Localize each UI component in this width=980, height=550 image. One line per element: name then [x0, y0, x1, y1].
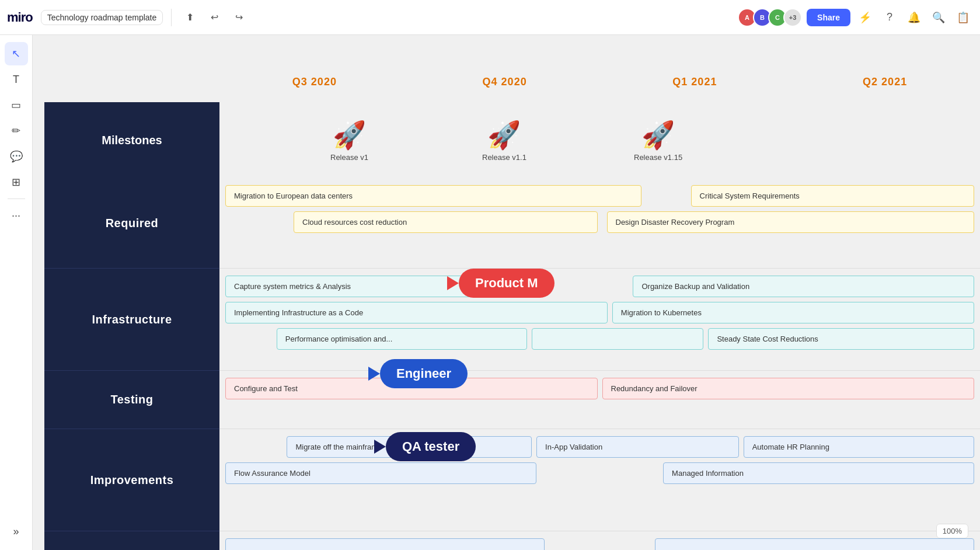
share-button[interactable]: Share — [807, 9, 850, 26]
rocket-icon-v1-15: 🚀 — [641, 119, 675, 151]
card-migration-eu[interactable]: Migration to European data centers — [225, 185, 641, 207]
undo-button[interactable]: ↩ — [204, 8, 224, 27]
card-flow-assurance[interactable]: Flow Assurance Model — [225, 462, 536, 484]
card-text: Redundancy and Failover — [611, 384, 697, 393]
notifications-button[interactable]: 🔔 — [904, 8, 924, 27]
required-label: Required — [44, 178, 219, 269]
zoom-indicator: 100% — [936, 524, 968, 538]
card-cloud-resources[interactable]: Cloud resources cost reduction — [294, 211, 598, 233]
card-bottom-2[interactable] — [655, 538, 974, 550]
required-content: Migration to European data centers Criti… — [219, 178, 980, 269]
topbar-right: A B C +3 Share ⚡ ? 🔔 🔍 📋 — [738, 8, 973, 27]
card-organize-backup[interactable]: Organize Backup and Validation — [633, 276, 974, 297]
spacer — [646, 185, 686, 207]
rocket-icon-v1-1: 🚀 — [487, 119, 521, 151]
card-steady-state[interactable]: Steady State Cost Reductions — [708, 328, 974, 350]
sticky-tool-button[interactable]: ▭ — [5, 93, 28, 117]
card-migration-k8s[interactable]: Migration to Kubernetes — [612, 302, 974, 323]
bottom-label — [44, 531, 219, 550]
floating-label-qa-tester[interactable]: QA tester — [386, 432, 476, 461]
milestone-release-v1-15: 🚀 Release v1.15 — [634, 119, 682, 162]
card-text: Implementing Infrastructure as a Code — [234, 308, 363, 317]
panel-button[interactable]: 📋 — [953, 8, 973, 27]
milestone-release-v1-1: 🚀 Release v1.1 — [482, 119, 526, 162]
card-text: Steady State Cost Reductions — [717, 335, 818, 343]
floating-label-engineer[interactable]: Engineer — [380, 359, 468, 388]
spacer — [225, 328, 272, 350]
pen-tool-button[interactable]: ✏ — [5, 119, 28, 142]
expand-sidebar-button[interactable]: » — [5, 520, 28, 543]
testing-row: Testing Configure and Test Redundancy an… — [44, 371, 980, 429]
title-badge[interactable]: Technology roadmap template — [41, 10, 163, 25]
sidebar-bottom: » — [5, 520, 28, 543]
milestones-row: Milestones 🚀 Release v1 🚀 Release v1.1 🚀… — [44, 102, 980, 178]
avatar-count: +3 — [783, 8, 802, 27]
milestone-label-v1: Release v1 — [330, 153, 368, 162]
card-text: Configure and Test — [234, 384, 298, 393]
required-row-2: Cloud resources cost reduction Design Di… — [225, 211, 974, 233]
avatar-group: A B C +3 — [738, 8, 802, 27]
card-critical-system[interactable]: Critical System Requirements — [691, 185, 974, 207]
more-tools-button[interactable]: ··· — [5, 204, 28, 227]
tools-button[interactable]: ⚡ — [855, 8, 875, 27]
card-text: Capture system metrics & Analysis — [234, 282, 351, 291]
infrastructure-content: Capture system metrics & Analysis Organi… — [219, 269, 980, 371]
required-row: Required Migration to European data cent… — [44, 178, 980, 269]
card-managed-info[interactable]: Managed Information — [663, 462, 974, 484]
search-button[interactable]: 🔍 — [929, 8, 948, 27]
frame-tool-button[interactable]: ⊞ — [5, 170, 28, 194]
canvas: Q3 2020 Q4 2020 Q1 2021 Q2 2021 Mileston… — [33, 35, 980, 550]
card-implementing-infra[interactable]: Implementing Infrastructure as a Code — [225, 302, 608, 323]
arrow-cursor-red — [447, 276, 459, 290]
topbar-separator — [171, 9, 172, 26]
quarter-q1-2021: Q1 2021 — [600, 70, 790, 94]
card-inapp-validation[interactable]: In-App Validation — [536, 436, 739, 458]
help-button[interactable]: ? — [880, 8, 899, 27]
card-text: Design Disaster Recovery Program — [616, 218, 735, 227]
improvements-row-1: Migrate off the mainframe In-App Validat… — [225, 436, 974, 458]
milestone-release-v1: 🚀 Release v1 — [330, 119, 368, 162]
rocket-icon-v1: 🚀 — [333, 119, 366, 151]
milestone-label-v1-1: Release v1.1 — [482, 153, 526, 162]
testing-content: Configure and Test Redundancy and Failov… — [219, 371, 980, 429]
card-text: Automate HR Planning — [752, 443, 829, 451]
card-bottom-1[interactable] — [225, 538, 545, 550]
quarter-q4-2020: Q4 2020 — [410, 70, 600, 94]
milestones-content: 🚀 Release v1 🚀 Release v1.1 🚀 Release v1… — [219, 102, 980, 178]
card-text: Migration to Kubernetes — [621, 308, 702, 317]
card-text: Migrate off the mainframe — [295, 443, 382, 451]
sidebar-separator — [8, 199, 25, 199]
spacer — [549, 538, 650, 550]
milestones-label: Milestones — [44, 102, 219, 178]
spacer — [225, 436, 282, 458]
select-tool-button[interactable]: ↖ — [5, 42, 28, 65]
card-disaster-recovery[interactable]: Design Disaster Recovery Program — [607, 211, 975, 233]
testing-row-1: Configure and Test Redundancy and Failov… — [225, 378, 974, 399]
improvements-row-2: Flow Assurance Model Managed Information — [225, 462, 974, 484]
card-text: Performance optimisation and... — [285, 335, 393, 343]
topbar: miro Technology roadmap template ⬆ ↩ ↪ A… — [0, 0, 980, 35]
card-text: Critical System Requirements — [700, 192, 800, 200]
card-text: In-App Validation — [545, 443, 602, 451]
improvements-row: Improvements Migrate off the mainframe I… — [44, 429, 980, 531]
card-redundancy[interactable]: Redundancy and Failover — [602, 378, 975, 399]
text-tool-button[interactable]: T — [5, 68, 28, 91]
roadmap-grid: Milestones 🚀 Release v1 🚀 Release v1.1 🚀… — [44, 102, 980, 550]
floating-label-text: Engineer — [396, 366, 451, 381]
app-logo: miro — [7, 10, 33, 25]
quarter-q3-2020: Q3 2020 — [219, 70, 410, 94]
card-text: Migration to European data centers — [234, 192, 353, 200]
quarter-q2-2021: Q2 2021 — [790, 70, 980, 94]
card-text: Organize Backup and Validation — [641, 282, 749, 291]
card-automate-hr[interactable]: Automate HR Planning — [744, 436, 974, 458]
upload-button[interactable]: ⬆ — [180, 8, 200, 27]
floating-label-product-m[interactable]: Product M — [459, 269, 554, 298]
card-text: Cloud resources cost reduction — [302, 218, 407, 227]
redo-button[interactable]: ↪ — [229, 8, 249, 27]
card-performance-opt[interactable]: Performance optimisation and... — [277, 328, 527, 350]
card-perf-cont — [532, 328, 704, 350]
spacer — [541, 462, 658, 484]
comment-tool-button[interactable]: 💬 — [5, 145, 28, 168]
improvements-content: Migrate off the mainframe In-App Validat… — [219, 429, 980, 531]
bottom-row-1 — [225, 538, 974, 550]
